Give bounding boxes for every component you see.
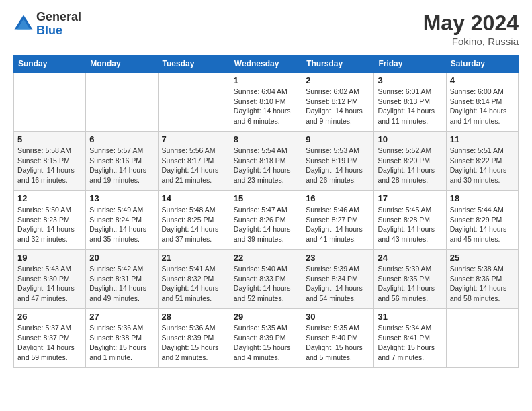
day-info: Sunrise: 5:39 AM Sunset: 8:35 PM Dayligh…: [378, 264, 442, 304]
table-row: 21Sunrise: 5:41 AM Sunset: 8:32 PM Dayli…: [158, 250, 230, 309]
table-row: 20Sunrise: 5:42 AM Sunset: 8:31 PM Dayli…: [86, 250, 158, 309]
table-row: [158, 73, 230, 132]
table-row: 2Sunrise: 6:02 AM Sunset: 8:12 PM Daylig…: [302, 73, 374, 132]
logo-blue: Blue: [36, 24, 81, 38]
table-row: 31Sunrise: 5:34 AM Sunset: 8:41 PM Dayli…: [374, 309, 446, 368]
day-info: Sunrise: 6:02 AM Sunset: 8:12 PM Dayligh…: [306, 87, 370, 126]
table-row: 8Sunrise: 5:54 AM Sunset: 8:18 PM Daylig…: [230, 132, 302, 191]
month-year-title: May 2024: [423, 11, 519, 36]
table-row: 23Sunrise: 5:39 AM Sunset: 8:34 PM Dayli…: [302, 250, 374, 309]
day-number: 25: [450, 253, 515, 263]
day-number: 8: [234, 134, 298, 144]
header-saturday: Saturday: [446, 56, 518, 73]
table-row: 5Sunrise: 5:58 AM Sunset: 8:15 PM Daylig…: [14, 132, 86, 191]
day-info: Sunrise: 5:50 AM Sunset: 8:23 PM Dayligh…: [17, 205, 82, 244]
day-info: Sunrise: 6:00 AM Sunset: 8:14 PM Dayligh…: [450, 87, 515, 126]
day-info: Sunrise: 5:37 AM Sunset: 8:37 PM Dayligh…: [17, 323, 82, 363]
day-info: Sunrise: 5:36 AM Sunset: 8:39 PM Dayligh…: [162, 323, 226, 363]
table-row: 12Sunrise: 5:50 AM Sunset: 8:23 PM Dayli…: [14, 191, 86, 250]
logo: General Blue: [13, 11, 81, 38]
header-friday: Friday: [374, 56, 446, 73]
day-number: 23: [306, 253, 370, 263]
day-number: 11: [450, 134, 515, 144]
header-thursday: Thursday: [302, 56, 374, 73]
header-wednesday: Wednesday: [230, 56, 302, 73]
calendar-table: Sunday Monday Tuesday Wednesday Thursday…: [13, 55, 519, 368]
location-title: Fokino, Russia: [423, 36, 519, 47]
logo-general: General: [36, 11, 81, 24]
day-number: 13: [89, 193, 154, 203]
day-info: Sunrise: 5:43 AM Sunset: 8:30 PM Dayligh…: [17, 264, 82, 304]
day-info: Sunrise: 5:57 AM Sunset: 8:16 PM Dayligh…: [89, 146, 154, 185]
day-info: Sunrise: 5:46 AM Sunset: 8:27 PM Dayligh…: [306, 205, 370, 244]
day-info: Sunrise: 5:39 AM Sunset: 8:34 PM Dayligh…: [306, 264, 370, 304]
day-number: 10: [378, 134, 442, 144]
table-row: 28Sunrise: 5:36 AM Sunset: 8:39 PM Dayli…: [158, 309, 230, 368]
calendar-week-row: 5Sunrise: 5:58 AM Sunset: 8:15 PM Daylig…: [14, 132, 519, 191]
day-number: 1: [234, 75, 298, 85]
table-row: 7Sunrise: 5:56 AM Sunset: 8:17 PM Daylig…: [158, 132, 230, 191]
logo-text: General Blue: [36, 11, 81, 38]
day-number: 5: [17, 134, 82, 144]
day-number: 7: [162, 134, 226, 144]
day-number: 31: [378, 312, 442, 322]
table-row: 25Sunrise: 5:38 AM Sunset: 8:36 PM Dayli…: [446, 250, 518, 309]
day-info: Sunrise: 5:45 AM Sunset: 8:28 PM Dayligh…: [378, 205, 442, 244]
day-info: Sunrise: 5:54 AM Sunset: 8:18 PM Dayligh…: [234, 146, 298, 185]
day-number: 28: [162, 312, 226, 322]
day-info: Sunrise: 5:47 AM Sunset: 8:26 PM Dayligh…: [234, 205, 298, 244]
table-row: 13Sunrise: 5:49 AM Sunset: 8:24 PM Dayli…: [86, 191, 158, 250]
day-number: 21: [162, 253, 226, 263]
day-info: Sunrise: 5:40 AM Sunset: 8:33 PM Dayligh…: [234, 264, 298, 304]
table-row: 1Sunrise: 6:04 AM Sunset: 8:10 PM Daylig…: [230, 73, 302, 132]
table-row: 26Sunrise: 5:37 AM Sunset: 8:37 PM Dayli…: [14, 309, 86, 368]
day-number: 26: [17, 312, 82, 322]
day-info: Sunrise: 5:34 AM Sunset: 8:41 PM Dayligh…: [378, 323, 442, 363]
logo-icon: [13, 14, 34, 34]
day-number: 24: [378, 253, 442, 263]
calendar-week-row: 12Sunrise: 5:50 AM Sunset: 8:23 PM Dayli…: [14, 191, 519, 250]
table-row: 30Sunrise: 5:35 AM Sunset: 8:40 PM Dayli…: [302, 309, 374, 368]
header-tuesday: Tuesday: [158, 56, 230, 73]
day-info: Sunrise: 5:49 AM Sunset: 8:24 PM Dayligh…: [89, 205, 154, 244]
day-info: Sunrise: 5:36 AM Sunset: 8:38 PM Dayligh…: [89, 323, 154, 363]
table-row: 29Sunrise: 5:35 AM Sunset: 8:39 PM Dayli…: [230, 309, 302, 368]
day-number: 22: [234, 253, 298, 263]
day-info: Sunrise: 5:42 AM Sunset: 8:31 PM Dayligh…: [89, 264, 154, 304]
day-number: 19: [17, 253, 82, 263]
day-info: Sunrise: 5:35 AM Sunset: 8:39 PM Dayligh…: [234, 323, 298, 363]
day-info: Sunrise: 5:51 AM Sunset: 8:22 PM Dayligh…: [450, 146, 515, 185]
day-number: 18: [450, 193, 515, 203]
day-number: 30: [306, 312, 370, 322]
table-row: [14, 73, 86, 132]
day-number: 16: [306, 193, 370, 203]
title-section: May 2024 Fokino, Russia: [423, 11, 519, 47]
calendar-week-row: 26Sunrise: 5:37 AM Sunset: 8:37 PM Dayli…: [14, 309, 519, 368]
header-monday: Monday: [86, 56, 158, 73]
day-number: 6: [89, 134, 154, 144]
table-row: 16Sunrise: 5:46 AM Sunset: 8:27 PM Dayli…: [302, 191, 374, 250]
day-number: 12: [17, 193, 82, 203]
day-number: 4: [450, 75, 515, 85]
calendar-header-row: Sunday Monday Tuesday Wednesday Thursday…: [14, 56, 519, 73]
day-info: Sunrise: 5:35 AM Sunset: 8:40 PM Dayligh…: [306, 323, 370, 363]
calendar-week-row: 19Sunrise: 5:43 AM Sunset: 8:30 PM Dayli…: [14, 250, 519, 309]
table-row: 3Sunrise: 6:01 AM Sunset: 8:13 PM Daylig…: [374, 73, 446, 132]
table-row: 27Sunrise: 5:36 AM Sunset: 8:38 PM Dayli…: [86, 309, 158, 368]
day-info: Sunrise: 6:01 AM Sunset: 8:13 PM Dayligh…: [378, 87, 442, 126]
day-info: Sunrise: 5:38 AM Sunset: 8:36 PM Dayligh…: [450, 264, 515, 304]
table-row: 17Sunrise: 5:45 AM Sunset: 8:28 PM Dayli…: [374, 191, 446, 250]
header: General Blue May 2024 Fokino, Russia: [13, 11, 519, 47]
table-row: 22Sunrise: 5:40 AM Sunset: 8:33 PM Dayli…: [230, 250, 302, 309]
day-info: Sunrise: 5:58 AM Sunset: 8:15 PM Dayligh…: [17, 146, 82, 185]
day-number: 29: [234, 312, 298, 322]
table-row: 14Sunrise: 5:48 AM Sunset: 8:25 PM Dayli…: [158, 191, 230, 250]
table-row: 4Sunrise: 6:00 AM Sunset: 8:14 PM Daylig…: [446, 73, 518, 132]
calendar-week-row: 1Sunrise: 6:04 AM Sunset: 8:10 PM Daylig…: [14, 73, 519, 132]
day-number: 14: [162, 193, 226, 203]
header-sunday: Sunday: [14, 56, 86, 73]
day-info: Sunrise: 5:52 AM Sunset: 8:20 PM Dayligh…: [378, 146, 442, 185]
day-number: 17: [378, 193, 442, 203]
day-number: 2: [306, 75, 370, 85]
day-info: Sunrise: 5:48 AM Sunset: 8:25 PM Dayligh…: [162, 205, 226, 244]
